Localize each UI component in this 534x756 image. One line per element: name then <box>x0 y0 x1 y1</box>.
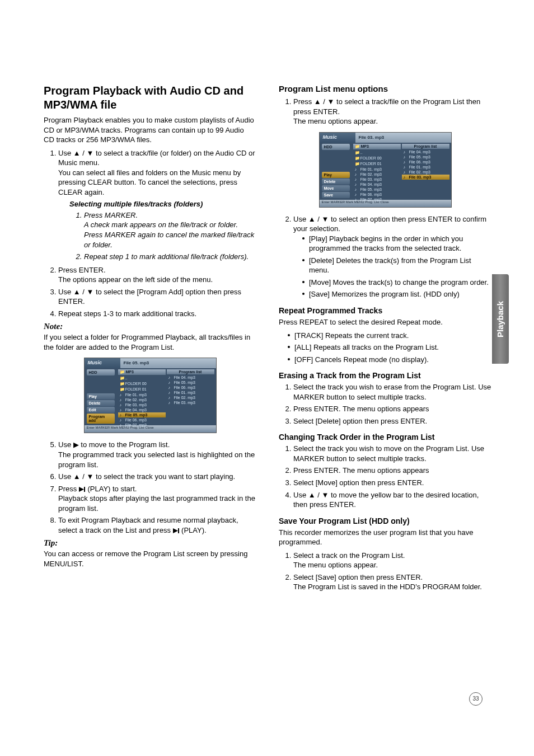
order-step-2: Press ENTER. The menu options appears <box>293 466 491 476</box>
ss2-file-row: ♪ File 02. mp3 <box>353 172 401 177</box>
ss1-left-header: 📁 MP3 <box>118 369 166 375</box>
ss2-file-row: ♪ File 01. mp3 <box>353 167 401 172</box>
ss1-menu-item: Play <box>87 393 115 400</box>
ss2-title: Music <box>320 133 355 143</box>
ss1-right-header: Program list <box>167 369 214 374</box>
repeat-paragraph: Press REPEAT to select the desired Repea… <box>279 317 491 327</box>
save-step-2: Select [Save] option then press ENTER. T… <box>293 572 491 592</box>
ss1-program-row: ♪ File 03. mp3 <box>167 400 214 405</box>
option-save: [Save] Memorizes the program list. (HDD … <box>309 289 491 299</box>
ss2-file-row: ♪ File 05. mp3 <box>353 187 401 192</box>
ss1-menu-item: Edit <box>87 407 115 413</box>
side-tab-playback: Playback <box>492 274 509 364</box>
step-7: Press (PLAY) to start. Playback stops af… <box>58 484 256 514</box>
ss2-program-row: ♪ File 04. mp3 <box>402 149 449 154</box>
ss1-menu-item: Delete <box>87 400 115 406</box>
substep-1: Press MARKER. A check mark appears on th… <box>84 210 256 250</box>
order-step-4: Use ▲ / ▼ to move the yellow bar to the … <box>293 490 491 510</box>
erase-step-3: Select [Delete] option then press ENTER. <box>293 416 491 426</box>
tip-text: You can access or remove the Program Lis… <box>44 549 256 569</box>
ss1-program-row: ♪ File 04. mp3 <box>167 375 214 380</box>
ss1-menu-item: Program add <box>87 414 115 424</box>
music-menu-screenshot-1: Music File 05. mp3 HDD PlayDeleteEditPro… <box>84 358 217 433</box>
step-6: Use ▲ / ▼ to select the track you want t… <box>58 472 256 482</box>
subhead-selecting-multiple: Selecting multiple files/tracks (folders… <box>69 199 256 209</box>
repeat-heading: Repeat Programmed Tracks <box>279 306 491 315</box>
option-play: [Play] Playback begins in the order in w… <box>309 234 491 253</box>
note-label: Note: <box>44 322 256 331</box>
repeat-track: [TRACK] Repeats the current track. <box>294 331 491 341</box>
substep-2: Repeat step 1 to mark additional file/tr… <box>84 252 256 262</box>
ss2-menu: PlayDeleteMoveSave <box>320 171 352 199</box>
order-step-3: Select [Move] option then press ENTER. <box>293 478 491 488</box>
plm-step-1: Press ▲ / ▼ to select a track/file on th… <box>293 97 491 126</box>
step-3: Use ▲ / ▼ to select the [Program Add] op… <box>58 287 256 307</box>
step-8: To exit Program Playback and resume norm… <box>58 515 256 535</box>
ss2-current-file: File 03. mp3 <box>355 133 451 143</box>
ss2-menu-item: Move <box>322 185 350 191</box>
ss2-right-header: Program list <box>402 144 449 149</box>
ss2-program-row: ♪ File 06. mp3 <box>402 159 449 165</box>
ss1-file-row: ♪ File 05. mp3 <box>118 412 166 417</box>
ss2-file-row: ♪ File 06. mp3 <box>353 192 401 197</box>
ss2-program-row: ♪ File 02. mp3 <box>402 170 449 175</box>
program-list-options-heading: Program List menu options <box>279 84 491 93</box>
ss2-file-row: 📁 FOLDER 01 <box>353 161 401 167</box>
tip-label: Tip: <box>44 538 256 548</box>
ss2-file-row: ♪ File 04. mp3 <box>353 182 401 187</box>
ss1-title: Music <box>85 358 120 368</box>
music-menu-screenshot-2: Music File 03. mp3 HDD PlayDeleteMoveSav… <box>319 132 452 208</box>
intro-paragraph: Program Playback enables you to make cus… <box>44 115 256 145</box>
ss2-menu-item: Save <box>322 192 350 198</box>
ss1-current-file: File 05. mp3 <box>120 358 216 368</box>
ss2-footer: Enter MARKER Mark MENU Prog. List Close <box>320 200 451 207</box>
svg-marker-0 <box>79 487 84 492</box>
ss2-file-row: ♪ File 03. mp3 <box>353 177 401 182</box>
step-2: Press ENTER. The options appear on the l… <box>58 265 256 285</box>
ss2-left-header: 📁 MP3 <box>353 144 401 149</box>
ss2-file-row: 📁 .. <box>353 150 401 156</box>
save-paragraph: This recorder memorizes the user program… <box>279 528 491 547</box>
play-icon <box>173 528 180 533</box>
svg-rect-1 <box>84 487 85 492</box>
ss2-source-tab: HDD <box>322 144 350 150</box>
right-column: Program List menu options Press ▲ / ▼ to… <box>279 84 491 595</box>
ss2-program-row: ♪ File 05. mp3 <box>402 154 449 159</box>
svg-rect-3 <box>178 528 179 533</box>
step-1: Use ▲ / ▼ to select a track/file (or fol… <box>58 148 256 262</box>
note-text: If you select a folder for Programmed Pl… <box>44 332 256 352</box>
ss1-file-row: ♪ File 02. mp3 <box>118 397 166 402</box>
ss1-program-row: ♪ File 01. mp3 <box>167 390 214 395</box>
erase-step-2: Press ENTER. The menu options appears <box>293 404 491 414</box>
step-4: Repeat steps 1-3 to mark additional trac… <box>58 309 256 319</box>
ss1-file-row: 📁 FOLDER 01 <box>118 387 166 392</box>
ss1-menu: PlayDeleteEditProgram add <box>85 393 117 424</box>
order-heading: Changing Track Order in the Program List <box>279 433 491 442</box>
ss1-file-row: 📁 FOLDER 00 <box>118 381 166 387</box>
option-delete: [Delete] Deletes the track(s) from the P… <box>309 256 491 275</box>
ss2-file-row: 📁 FOLDER 00 <box>353 156 401 161</box>
erase-heading: Erasing a Track from the Program List <box>279 371 491 380</box>
ss1-file-row: ♪ File 06. mp3 <box>118 417 166 422</box>
ss2-program-row: ♪ File 01. mp3 <box>402 165 449 170</box>
section-title: Program Playback with Audio CD and MP3/W… <box>44 84 256 112</box>
ss1-footer: Enter MARKER Mark MENU Prog. List Close <box>85 425 216 433</box>
page-content: Program Playback with Audio CD and MP3/W… <box>44 84 491 595</box>
ss1-program-row: ♪ File 05. mp3 <box>167 380 214 385</box>
ss1-program-row: ♪ File 02. mp3 <box>167 395 214 400</box>
ss1-file-row: ♪ File 04. mp3 <box>118 407 166 412</box>
repeat-all: [ALL] Repeats all tracks on the Program … <box>294 342 491 353</box>
ss1-source-tab: HDD <box>87 369 115 375</box>
left-column: Program Playback with Audio CD and MP3/W… <box>44 84 256 595</box>
ss1-file-row: ♪ File 01. mp3 <box>118 392 166 397</box>
page-number: 33 <box>469 692 483 706</box>
ss2-menu-item: Delete <box>322 179 350 185</box>
order-step-1: Select the track you wish to move on the… <box>293 444 491 463</box>
ss1-program-row: ♪ File 06. mp3 <box>167 385 214 390</box>
save-heading: Save Your Program List (HDD only) <box>279 516 491 525</box>
save-step-1: Select a track on the Program List. The … <box>293 551 491 570</box>
ss2-program-row: ♪ File 03. mp3 <box>402 175 449 180</box>
erase-step-1: Select the track you wish to erase from … <box>293 382 491 402</box>
plm-step-2: Use ▲ / ▼ to select an option then press… <box>293 214 491 299</box>
svg-marker-2 <box>173 528 178 533</box>
